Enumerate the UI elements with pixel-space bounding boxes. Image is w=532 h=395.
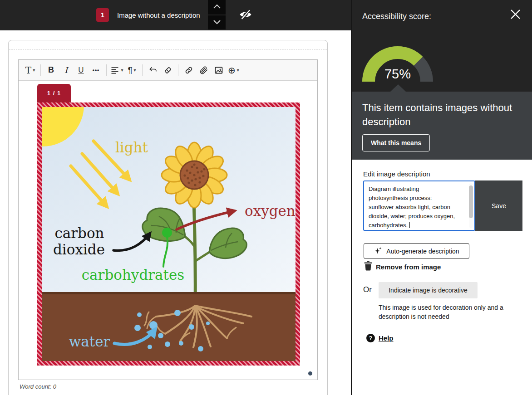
- eraser-icon: [163, 66, 172, 75]
- photosynthesis-diagram: light: [42, 107, 296, 361]
- flagged-image[interactable]: light: [37, 102, 300, 366]
- chevron-up-icon: [213, 4, 221, 10]
- score-section: Accessibility score: 75% This item conta…: [352, 0, 532, 160]
- clear-formatting-button[interactable]: [160, 63, 175, 78]
- edit-description-label: Edit image description: [363, 170, 430, 178]
- toolbar-separator: [178, 64, 178, 76]
- label-water: water: [69, 333, 110, 350]
- editor-toolbar: T ▾ B I U ••• ▾: [19, 60, 317, 81]
- insert-image-button[interactable]: [211, 63, 226, 78]
- panel-notch: [390, 84, 406, 92]
- bold-button[interactable]: B: [44, 63, 59, 78]
- issue-message-panel: This item contains images without descri…: [352, 92, 532, 160]
- close-panel-button[interactable]: [507, 7, 523, 23]
- align-left-icon: [110, 66, 119, 75]
- issue-position-badge: 1 / 1: [37, 84, 71, 102]
- help-link[interactable]: ? Help: [366, 334, 394, 342]
- issue-message: This item contains images without descri…: [362, 101, 514, 129]
- undo-icon: [148, 66, 158, 75]
- italic-button[interactable]: I: [59, 63, 74, 78]
- soil: [42, 292, 296, 361]
- remove-from-image-label: Remove from image: [376, 263, 441, 271]
- textarea-scrollbar[interactable]: [469, 183, 473, 228]
- rich-text-editor: T ▾ B I U ••• ▾: [18, 59, 318, 380]
- description-row: Diagram illustrating photosynthesis proc…: [363, 180, 522, 231]
- decorative-note: This image is used for decoration only a…: [379, 303, 516, 321]
- or-label: Or: [363, 285, 372, 294]
- attach-file-button[interactable]: [196, 63, 211, 78]
- chevron-down-icon: [213, 19, 221, 26]
- chevron-down-icon: ▾: [237, 68, 239, 73]
- label-dioxide: dioxide: [53, 241, 105, 258]
- chevron-down-icon: ▾: [33, 68, 35, 73]
- resize-handle[interactable]: [308, 371, 312, 375]
- toolbar-separator: [40, 64, 41, 76]
- insert-link-button[interactable]: [181, 63, 196, 78]
- label-carbohydrates: carbohydrates: [82, 267, 185, 283]
- image-icon: [214, 66, 223, 75]
- auto-generate-button[interactable]: Auto-generate description: [364, 243, 469, 259]
- question-circle-icon: ?: [366, 334, 375, 342]
- editor-canvas[interactable]: 1 / 1: [19, 81, 317, 380]
- remove-from-image-button[interactable]: Remove from image: [364, 261, 441, 272]
- save-button[interactable]: Save: [475, 180, 522, 231]
- text-style-button[interactable]: T ▾: [23, 63, 38, 78]
- issue-count-badge: 1: [96, 8, 109, 22]
- toolbar-separator: [142, 64, 143, 76]
- label-carbon: carbon: [54, 225, 104, 241]
- toolbar-separator: [106, 64, 107, 76]
- document-container: T ▾ B I U ••• ▾: [8, 40, 328, 395]
- drop-zone-divider: [9, 49, 327, 49]
- text-cursor: [409, 222, 410, 228]
- chevron-down-icon: ▾: [134, 68, 136, 73]
- paperclip-icon: [199, 66, 208, 75]
- paragraph-button[interactable]: ¶ ▾: [124, 63, 139, 78]
- close-icon: [509, 8, 522, 22]
- scrollbar-thumb[interactable]: [469, 185, 473, 218]
- insert-more-button[interactable]: ⊕ ▾: [226, 63, 241, 78]
- sparkle-icon: [374, 246, 382, 256]
- issue-nav-block: [208, 0, 226, 29]
- score-value: 75%: [362, 67, 433, 82]
- underline-button[interactable]: U: [74, 63, 89, 78]
- trash-icon: [364, 261, 372, 272]
- link-icon: [184, 66, 193, 75]
- description-text: Diagram illustrating photosynthesis proc…: [369, 185, 455, 229]
- help-label: Help: [379, 334, 394, 342]
- issue-label: Image without a description: [117, 0, 200, 30]
- what-this-means-button[interactable]: What this means: [362, 134, 430, 151]
- indicate-decorative-button[interactable]: Indicate image is decorative: [379, 282, 478, 298]
- accessibility-panel: Accessibility score: 75% This item conta…: [351, 0, 532, 395]
- previous-issue-button[interactable]: [208, 0, 226, 15]
- more-formatting-button[interactable]: •••: [89, 63, 103, 78]
- align-button[interactable]: ▾: [109, 63, 124, 78]
- undo-button[interactable]: [145, 63, 160, 78]
- label-light: light: [115, 139, 148, 156]
- chevron-down-icon: ▾: [121, 68, 123, 73]
- panel-title: Accessibility score:: [362, 12, 431, 21]
- image-description-input[interactable]: Diagram illustrating photosynthesis proc…: [363, 180, 475, 231]
- label-oxygen: oxygen: [245, 203, 296, 219]
- word-count: Word count: 0: [20, 383, 56, 390]
- auto-generate-label: Auto-generate description: [386, 248, 459, 255]
- hide-issues-button[interactable]: [237, 7, 254, 23]
- next-issue-button[interactable]: [208, 15, 226, 30]
- eye-off-icon: [239, 8, 252, 23]
